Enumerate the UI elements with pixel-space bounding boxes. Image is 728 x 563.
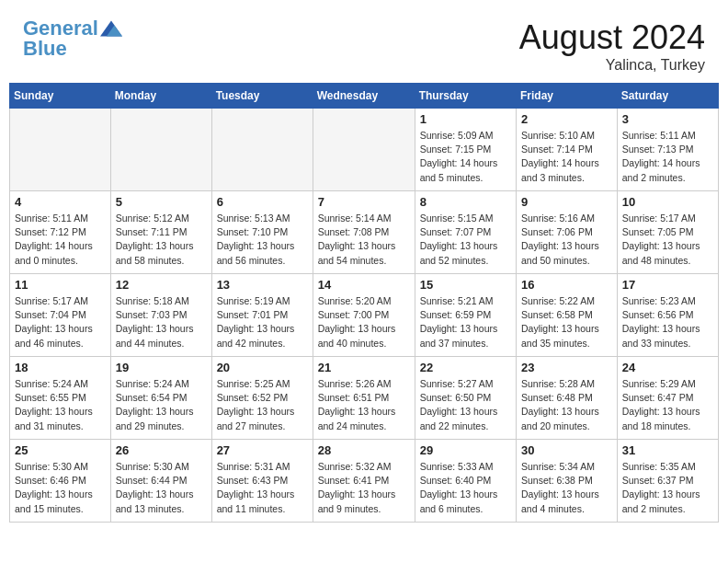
day-info: Sunrise: 5:32 AMSunset: 6:41 PMDaylight:…: [318, 460, 410, 516]
day-number: 12: [116, 278, 207, 292]
calendar-cell: 26Sunrise: 5:30 AMSunset: 6:44 PMDayligh…: [110, 440, 211, 523]
day-info: Sunrise: 5:21 AMSunset: 6:59 PMDaylight:…: [420, 294, 511, 350]
calendar-cell: 1Sunrise: 5:09 AMSunset: 7:15 PMDaylight…: [415, 109, 516, 191]
day-info: Sunrise: 5:10 AMSunset: 7:14 PMDaylight:…: [521, 129, 612, 185]
weekday-header-row: SundayMondayTuesdayWednesdayThursdayFrid…: [10, 84, 719, 109]
day-number: 4: [15, 195, 106, 209]
week-row-0: 1Sunrise: 5:09 AMSunset: 7:15 PMDaylight…: [10, 109, 719, 191]
day-number: 22: [420, 361, 511, 374]
day-info: Sunrise: 5:17 AMSunset: 7:05 PMDaylight:…: [622, 212, 713, 268]
calendar-cell: 30Sunrise: 5:34 AMSunset: 6:38 PMDayligh…: [517, 440, 618, 523]
week-row-1: 4Sunrise: 5:11 AMSunset: 7:12 PMDaylight…: [10, 191, 719, 274]
calendar-cell: 27Sunrise: 5:31 AMSunset: 6:43 PMDayligh…: [211, 440, 313, 523]
logo-text: General: [23, 18, 98, 39]
day-info: Sunrise: 5:23 AMSunset: 6:56 PMDaylight:…: [622, 294, 713, 350]
calendar-cell: 19Sunrise: 5:24 AMSunset: 6:54 PMDayligh…: [110, 357, 211, 440]
day-number: 26: [116, 443, 207, 457]
day-number: 11: [15, 278, 106, 292]
day-info: Sunrise: 5:31 AMSunset: 6:43 PMDaylight:…: [217, 460, 308, 516]
day-number: 6: [217, 195, 308, 209]
calendar-cell: 23Sunrise: 5:28 AMSunset: 6:48 PMDayligh…: [517, 357, 618, 440]
calendar-cell: 10Sunrise: 5:17 AMSunset: 7:05 PMDayligh…: [617, 191, 718, 274]
weekday-header-thursday: Thursday: [415, 84, 516, 109]
day-number: 24: [622, 361, 713, 374]
day-number: 3: [622, 112, 713, 126]
calendar-cell: 12Sunrise: 5:18 AMSunset: 7:03 PMDayligh…: [110, 274, 211, 357]
day-number: 30: [521, 443, 612, 457]
day-number: 16: [521, 278, 612, 292]
calendar-cell: 16Sunrise: 5:22 AMSunset: 6:58 PMDayligh…: [517, 274, 618, 357]
calendar-cell: 3Sunrise: 5:11 AMSunset: 7:13 PMDaylight…: [617, 109, 718, 191]
day-info: Sunrise: 5:24 AMSunset: 6:54 PMDaylight:…: [116, 377, 207, 433]
calendar-cell: 29Sunrise: 5:33 AMSunset: 6:40 PMDayligh…: [415, 440, 516, 523]
calendar-cell: 5Sunrise: 5:12 AMSunset: 7:11 PMDaylight…: [110, 191, 211, 274]
week-row-3: 18Sunrise: 5:24 AMSunset: 6:55 PMDayligh…: [10, 357, 719, 440]
day-number: 9: [521, 195, 612, 209]
day-number: 18: [15, 361, 106, 374]
day-info: Sunrise: 5:17 AMSunset: 7:04 PMDaylight:…: [15, 294, 106, 350]
weekday-header-wednesday: Wednesday: [313, 84, 415, 109]
day-info: Sunrise: 5:11 AMSunset: 7:12 PMDaylight:…: [15, 212, 106, 268]
calendar-cell: [10, 109, 111, 191]
day-number: 23: [521, 361, 612, 374]
calendar-cell: 8Sunrise: 5:15 AMSunset: 7:07 PMDaylight…: [415, 191, 516, 274]
day-info: Sunrise: 5:30 AMSunset: 6:46 PMDaylight:…: [15, 460, 106, 516]
header: General Blue August 2024 Yalinca, Turkey: [9, 9, 719, 78]
title-block: August 2024 Yalinca, Turkey: [519, 18, 705, 74]
day-info: Sunrise: 5:22 AMSunset: 6:58 PMDaylight:…: [521, 294, 612, 350]
day-info: Sunrise: 5:09 AMSunset: 7:15 PMDaylight:…: [420, 129, 511, 185]
calendar-cell: 11Sunrise: 5:17 AMSunset: 7:04 PMDayligh…: [10, 274, 111, 357]
logo-icon: [100, 20, 122, 37]
day-info: Sunrise: 5:27 AMSunset: 6:50 PMDaylight:…: [420, 377, 511, 433]
day-info: Sunrise: 5:11 AMSunset: 7:13 PMDaylight:…: [622, 129, 713, 185]
calendar-cell: 25Sunrise: 5:30 AMSunset: 6:46 PMDayligh…: [10, 440, 111, 523]
day-number: 8: [420, 195, 511, 209]
week-row-4: 25Sunrise: 5:30 AMSunset: 6:46 PMDayligh…: [10, 440, 719, 523]
day-info: Sunrise: 5:29 AMSunset: 6:47 PMDaylight:…: [622, 377, 713, 433]
weekday-header-monday: Monday: [110, 84, 211, 109]
calendar-table: SundayMondayTuesdayWednesdayThursdayFrid…: [9, 83, 719, 523]
calendar-cell: 9Sunrise: 5:16 AMSunset: 7:06 PMDaylight…: [517, 191, 618, 274]
day-info: Sunrise: 5:25 AMSunset: 6:52 PMDaylight:…: [217, 377, 308, 433]
logo: General Blue: [23, 18, 122, 59]
day-number: 10: [622, 195, 713, 209]
day-number: 13: [217, 278, 308, 292]
calendar-cell: 22Sunrise: 5:27 AMSunset: 6:50 PMDayligh…: [415, 357, 516, 440]
calendar-cell: [313, 109, 415, 191]
calendar-cell: 7Sunrise: 5:14 AMSunset: 7:08 PMDaylight…: [313, 191, 415, 274]
day-number: 2: [521, 112, 612, 126]
month-year: August 2024: [519, 18, 705, 57]
day-number: 21: [318, 361, 410, 374]
location: Yalinca, Turkey: [519, 57, 705, 74]
week-row-2: 11Sunrise: 5:17 AMSunset: 7:04 PMDayligh…: [10, 274, 719, 357]
day-info: Sunrise: 5:24 AMSunset: 6:55 PMDaylight:…: [15, 377, 106, 433]
day-number: 25: [15, 443, 106, 457]
day-number: 19: [116, 361, 207, 374]
weekday-header-friday: Friday: [517, 84, 618, 109]
day-number: 27: [217, 443, 308, 457]
calendar-cell: 14Sunrise: 5:20 AMSunset: 7:00 PMDayligh…: [313, 274, 415, 357]
calendar-cell: 17Sunrise: 5:23 AMSunset: 6:56 PMDayligh…: [617, 274, 718, 357]
calendar-cell: 31Sunrise: 5:35 AMSunset: 6:37 PMDayligh…: [617, 440, 718, 523]
day-info: Sunrise: 5:13 AMSunset: 7:10 PMDaylight:…: [217, 212, 308, 268]
calendar-cell: 13Sunrise: 5:19 AMSunset: 7:01 PMDayligh…: [211, 274, 313, 357]
day-info: Sunrise: 5:35 AMSunset: 6:37 PMDaylight:…: [622, 460, 713, 516]
day-info: Sunrise: 5:14 AMSunset: 7:08 PMDaylight:…: [318, 212, 410, 268]
day-number: 7: [318, 195, 410, 209]
day-info: Sunrise: 5:19 AMSunset: 7:01 PMDaylight:…: [217, 294, 308, 350]
calendar-cell: 28Sunrise: 5:32 AMSunset: 6:41 PMDayligh…: [313, 440, 415, 523]
logo-text2: Blue: [23, 39, 122, 59]
day-number: 28: [318, 443, 410, 457]
day-number: 1: [420, 112, 511, 126]
day-info: Sunrise: 5:30 AMSunset: 6:44 PMDaylight:…: [116, 460, 207, 516]
weekday-header-saturday: Saturday: [617, 84, 718, 109]
calendar-cell: 24Sunrise: 5:29 AMSunset: 6:47 PMDayligh…: [617, 357, 718, 440]
day-number: 31: [622, 443, 713, 457]
weekday-header-sunday: Sunday: [10, 84, 111, 109]
day-info: Sunrise: 5:34 AMSunset: 6:38 PMDaylight:…: [521, 460, 612, 516]
weekday-header-tuesday: Tuesday: [211, 84, 313, 109]
day-info: Sunrise: 5:12 AMSunset: 7:11 PMDaylight:…: [116, 212, 207, 268]
day-number: 14: [318, 278, 410, 292]
day-info: Sunrise: 5:33 AMSunset: 6:40 PMDaylight:…: [420, 460, 511, 516]
calendar-cell: 21Sunrise: 5:26 AMSunset: 6:51 PMDayligh…: [313, 357, 415, 440]
